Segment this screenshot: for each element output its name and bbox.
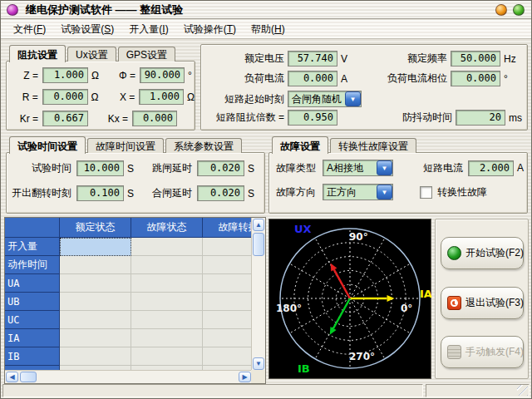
rated-voltage-label: 额定电压 bbox=[201, 52, 284, 66]
col-header-fault-convert[interactable]: 故障转换 bbox=[203, 218, 252, 238]
kx-field[interactable]: 0.000 bbox=[132, 111, 177, 126]
chevron-down-icon[interactable]: ▼ bbox=[377, 160, 392, 175]
menu-test-operation[interactable]: 试验操作(T) bbox=[176, 21, 244, 38]
scroll-down-icon[interactable]: ▼ bbox=[253, 357, 264, 370]
impedance-multiple-label: 短路阻抗倍数 = bbox=[201, 111, 284, 125]
fault-direction-combo[interactable]: 正方向 ▼ bbox=[323, 184, 393, 200]
r-field[interactable]: 0.000 bbox=[42, 89, 88, 105]
phi-label: Φ = bbox=[111, 70, 135, 81]
close-delay-label: 合闸延时 bbox=[146, 186, 192, 200]
trip-delay-label: 跳闸延时 bbox=[146, 161, 192, 175]
phasor-label-180: 180° bbox=[276, 303, 302, 314]
fault-type-combo[interactable]: A相接地 ▼ bbox=[323, 160, 393, 176]
impedance-multiple-field[interactable]: 0.950 bbox=[288, 110, 337, 126]
kr-label: Kr = bbox=[13, 113, 38, 125]
rated-voltage-unit: V bbox=[341, 53, 347, 65]
debounce-time-unit: ms bbox=[509, 112, 522, 124]
tab-system-param-settings[interactable]: 系统参数设置 bbox=[165, 138, 242, 153]
menu-test-settings[interactable]: 试验设置(S) bbox=[53, 21, 121, 38]
system-menu-icon[interactable] bbox=[7, 4, 18, 16]
scroll-up-icon[interactable]: ▲ bbox=[253, 219, 264, 231]
menu-help[interactable]: 帮助(H) bbox=[244, 21, 293, 38]
start-test-button[interactable]: 开始试验(F2) bbox=[441, 237, 524, 269]
phi-unit: ° bbox=[188, 70, 192, 81]
r-label: R = bbox=[13, 91, 38, 103]
window-title: 继电保护测试软件 —— 整组试验 bbox=[26, 2, 495, 17]
tab-ux-settings[interactable]: Ux设置 bbox=[67, 47, 116, 62]
test-time-field[interactable]: 10.000 bbox=[76, 160, 124, 176]
convert-fault-checkbox[interactable] bbox=[420, 186, 432, 199]
tab-convert-fault-settings[interactable]: 转换性故障设置 bbox=[330, 138, 416, 153]
scroll-left-icon[interactable]: ◀ bbox=[6, 372, 18, 382]
phasor-label-270: 270° bbox=[349, 351, 375, 362]
x-label: X = bbox=[111, 91, 135, 103]
fault-type-label: 故障类型 bbox=[269, 161, 316, 175]
table-row: UC bbox=[5, 311, 252, 329]
flip-time-unit: S bbox=[127, 188, 134, 200]
phasor-label-0: 0° bbox=[401, 303, 412, 314]
manual-trigger-icon bbox=[447, 345, 461, 359]
tab-fault-time-settings[interactable]: 故障时间设置 bbox=[87, 138, 164, 153]
debounce-time-field[interactable]: 20 bbox=[456, 110, 505, 126]
short-current-unit: A bbox=[517, 162, 524, 174]
menu-binary-input[interactable]: 开入量(I) bbox=[121, 21, 175, 38]
manual-trigger-button: 手动触发(F4) bbox=[441, 336, 524, 368]
test-time-unit: S bbox=[127, 163, 134, 175]
short-circuit-start-label: 短路起始时刻 bbox=[201, 92, 284, 106]
rated-frequency-field[interactable]: 50.000 bbox=[451, 51, 500, 66]
selected-cell[interactable] bbox=[60, 238, 131, 256]
app-window: 继电保护测试软件 —— 整组试验 文件(F) 试验设置(S) 开入量(I) 试验… bbox=[0, 0, 532, 399]
col-header-fault-state[interactable]: 故障状态 bbox=[131, 218, 203, 238]
rated-frequency-label: 额定频率 bbox=[356, 52, 447, 66]
kx-label: Kx = bbox=[103, 113, 128, 125]
table-row: IB bbox=[5, 347, 252, 366]
tab-impedance-settings[interactable]: 阻抗设置 bbox=[9, 45, 66, 62]
load-current-phase-label: 负荷电流相位 bbox=[356, 71, 447, 86]
minimize-button[interactable] bbox=[495, 4, 507, 16]
exit-test-button[interactable]: 退出试验(F3) bbox=[441, 287, 524, 319]
tab-gps-settings[interactable]: GPS设置 bbox=[118, 47, 175, 62]
table-row: 开入量 bbox=[5, 238, 252, 256]
hscroll-thumb[interactable] bbox=[20, 372, 37, 382]
load-current-phase-unit: ° bbox=[504, 73, 508, 85]
rated-voltage-field[interactable]: 57.740 bbox=[288, 51, 337, 66]
z-field[interactable]: 1.000 bbox=[42, 67, 88, 83]
close-button[interactable] bbox=[513, 4, 525, 16]
vscroll-thumb[interactable] bbox=[253, 233, 264, 256]
short-circuit-start-combo[interactable]: 合闸角随机 ▼ bbox=[288, 91, 362, 107]
chevron-down-icon[interactable]: ▼ bbox=[377, 185, 392, 200]
statusbar bbox=[1, 383, 531, 399]
flip-time-field[interactable]: 0.100 bbox=[76, 185, 124, 201]
table-row: IA bbox=[5, 329, 252, 347]
fault-direction-label: 故障方向 bbox=[269, 185, 316, 200]
table-horizontal-scrollbar[interactable]: ◀ ▶ bbox=[5, 370, 252, 383]
tab-fault-settings[interactable]: 故障设置 bbox=[272, 136, 328, 154]
trip-delay-field[interactable]: 0.020 bbox=[197, 160, 244, 176]
menu-file[interactable]: 文件(F) bbox=[6, 21, 53, 38]
r-unit: Ω bbox=[91, 91, 99, 103]
titlebar: 继电保护测试软件 —— 整组试验 bbox=[1, 1, 531, 19]
short-current-field[interactable]: 2.000 bbox=[468, 160, 514, 176]
close-delay-field[interactable]: 0.020 bbox=[197, 185, 244, 201]
scroll-right-icon[interactable]: ▶ bbox=[239, 372, 251, 382]
resize-grip-icon[interactable] bbox=[517, 385, 528, 396]
table-row: 动作时间 bbox=[5, 256, 252, 274]
trip-delay-unit: S bbox=[248, 163, 254, 175]
phasor-label-ia: IA bbox=[420, 288, 432, 300]
table-vertical-scrollbar[interactable]: ▲ ▼ bbox=[251, 218, 265, 371]
load-current-field[interactable]: 0.000 bbox=[288, 71, 337, 86]
chevron-down-icon[interactable]: ▼ bbox=[345, 91, 361, 106]
timing-group: 试验时间设置 故障时间设置 系统参数设置 试验时间 10.000 S 跳闸延时 … bbox=[6, 135, 265, 214]
x-field[interactable]: 1.000 bbox=[139, 89, 184, 105]
kr-field[interactable]: 0.667 bbox=[42, 111, 88, 126]
tab-test-time-settings[interactable]: 试验时间设置 bbox=[9, 136, 86, 154]
col-header-rated-state[interactable]: 额定状态 bbox=[60, 218, 131, 238]
load-current-phase-field[interactable]: 0.000 bbox=[451, 71, 500, 86]
action-button-panel: 开始试验(F2) 退出试验(F3) 手动触发(F4) bbox=[435, 219, 529, 379]
phasor-label-90: 90° bbox=[349, 231, 368, 243]
phasor-diagram: UX 90° IA 0° 180° 270° IB bbox=[268, 219, 431, 379]
fault-group: 故障设置 转换性故障设置 故障类型 A相接地 ▼ 短路电流 2.000 A 故障… bbox=[268, 135, 528, 214]
z-unit: Ω bbox=[91, 70, 99, 81]
x-unit: Ω bbox=[187, 91, 195, 103]
phi-field[interactable]: 90.000 bbox=[140, 67, 185, 83]
